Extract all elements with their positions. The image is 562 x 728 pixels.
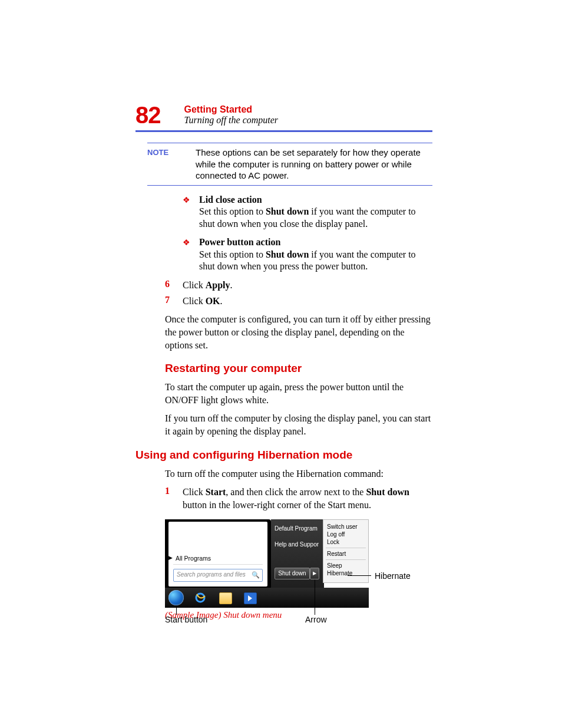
numbered-list: 1 Click Start, and then click the arrow … xyxy=(135,486,432,511)
section-title: Turning off the computer xyxy=(184,115,279,126)
callout-line xyxy=(348,575,371,576)
step-number: 7 xyxy=(165,295,183,305)
list-item: 1 Click Start, and then click the arrow … xyxy=(135,486,432,511)
shutdown-context-menu: Switch user Log off Lock Restart Sleep H… xyxy=(323,519,369,583)
divider xyxy=(173,564,263,565)
right-panel-item[interactable]: Help and Suppor xyxy=(275,541,322,548)
context-menu-item[interactable]: Lock xyxy=(327,539,365,545)
ie-icon[interactable] xyxy=(194,592,206,603)
heading-restarting: Restarting your computer xyxy=(165,362,432,375)
step-number: 1 xyxy=(165,486,183,496)
callout-arrow: Arrow xyxy=(305,615,327,624)
search-input[interactable]: Search programs and files 🔍 xyxy=(173,569,263,582)
step-number: 6 xyxy=(165,279,183,289)
explorer-folder-icon[interactable] xyxy=(219,592,232,604)
paragraph: To turn off the computer using the Hiber… xyxy=(165,467,432,480)
callout-line xyxy=(315,579,315,615)
note-rule-bottom xyxy=(147,185,432,186)
context-menu-item[interactable]: Switch user xyxy=(327,523,365,530)
chapter-title: Getting Started xyxy=(184,104,279,115)
search-icon: 🔍 xyxy=(252,571,260,579)
bullet-title: Lid close action xyxy=(199,195,262,205)
page-number: 82 xyxy=(135,103,161,127)
context-menu-item[interactable]: Sleep xyxy=(327,562,365,569)
sample-shutdown-menu: ▶ All Programs Search programs and files… xyxy=(165,519,436,608)
callout-start-button: Start button xyxy=(165,615,207,624)
taskbar xyxy=(165,588,369,608)
all-programs-link[interactable]: All Programs xyxy=(176,555,211,562)
bullet-item: ❖ Power button action Set this option to… xyxy=(135,236,432,273)
bullet-title: Power button action xyxy=(199,237,280,247)
context-menu-item[interactable]: Log off xyxy=(327,531,365,538)
note-block: NOTE These options can be set separately… xyxy=(147,143,432,186)
callout-hibernate: Hibernate xyxy=(375,571,411,581)
start-button-orb[interactable] xyxy=(168,590,184,605)
paragraph: To start the computer up again, press th… xyxy=(165,381,432,406)
bullet-list: ❖ Lid close action Set this option to Sh… xyxy=(135,194,432,274)
context-menu-item[interactable]: Restart xyxy=(327,551,365,557)
bullet-item: ❖ Lid close action Set this option to Sh… xyxy=(135,194,432,230)
shut-down-arrow-button[interactable]: ▶ xyxy=(310,568,319,579)
shut-down-button[interactable]: Shut down xyxy=(275,568,310,579)
diamond-bullet-icon: ❖ xyxy=(183,236,199,248)
search-placeholder: Search programs and files xyxy=(177,571,246,578)
note-label: NOTE xyxy=(147,147,196,157)
paragraph: Once the computer is configured, you can… xyxy=(165,313,432,351)
heading-hibernation: Using and configuring Hibernation mode xyxy=(135,449,432,462)
diamond-bullet-icon: ❖ xyxy=(183,194,199,205)
numbered-list: 6 Click Apply. 7 Click OK. xyxy=(135,279,432,307)
callout-line xyxy=(176,607,177,615)
all-programs-arrow-icon: ▶ xyxy=(168,555,173,561)
media-player-icon[interactable] xyxy=(244,592,257,604)
page-header: 82 Getting Started Turning off the compu… xyxy=(135,103,432,127)
list-item: 7 Click OK. xyxy=(135,295,432,308)
page: 82 Getting Started Turning off the compu… xyxy=(0,0,562,655)
paragraph: If you turn off the computer by closing … xyxy=(165,412,432,437)
note-text: These options can be set separately for … xyxy=(196,147,432,182)
list-item: 6 Click Apply. xyxy=(135,279,432,292)
right-panel-item[interactable]: Default Program xyxy=(275,525,322,532)
header-rule xyxy=(135,130,432,132)
